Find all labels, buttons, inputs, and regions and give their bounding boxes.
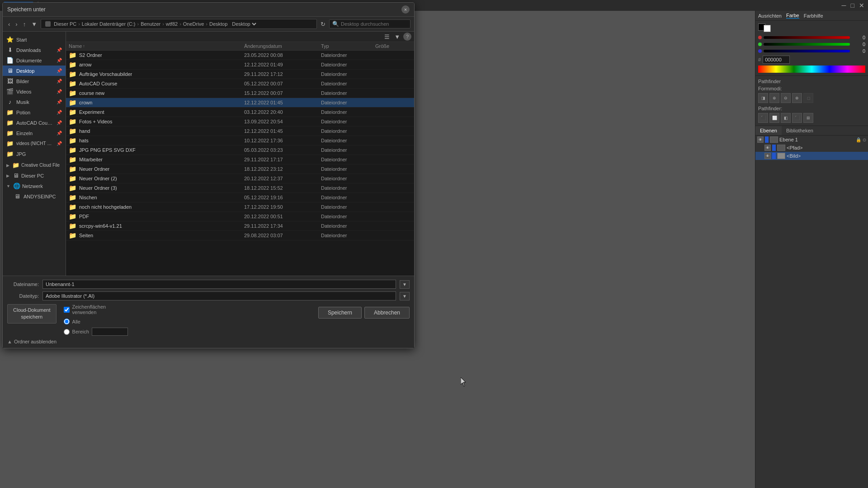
formmode-btn-2[interactable]: ⊕ [769, 93, 779, 103]
cancel-button[interactable]: Abbrechen [364, 307, 410, 319]
table-row[interactable]: 📁 Seiten 29.08.2022 03:07 Dateiordner [66, 231, 414, 240]
breadcrumb-dropdown[interactable]: Desktop [230, 21, 258, 27]
nav-back-button[interactable]: ‹ [6, 20, 12, 28]
sidebar-item-start[interactable]: ⭐ Start [3, 34, 66, 45]
col-size-header[interactable]: Größe [375, 43, 411, 49]
sidebar-item-potion[interactable]: 📁 Potion 📌 [3, 107, 66, 117]
table-row[interactable]: 📁 Mitarbeiter 29.11.2022 17:17 Dateiordn… [66, 155, 414, 164]
netzwerk-expand-btn[interactable]: ▼ [6, 184, 10, 188]
ausrichten-tab[interactable]: Ausrichten [758, 13, 782, 19]
col-name-header[interactable]: Name ↑ [69, 43, 244, 49]
col-type-header[interactable]: Typ [321, 43, 375, 49]
table-row[interactable]: 📁 AutoCAD Course 05.12.2022 00:07 Dateio… [66, 79, 414, 89]
breadcrumb-desktop[interactable]: Desktop [209, 21, 227, 27]
table-row[interactable]: 📁 Fotos + Videos 13.09.2022 20:54 Dateio… [66, 117, 414, 127]
table-row[interactable]: 📁 arrow 12.12.2022 01:49 Dateiordner [66, 60, 414, 70]
green-slider[interactable] [764, 43, 850, 46]
filename-dropdown-button[interactable]: ▼ [400, 280, 410, 289]
table-row[interactable]: 📁 course new 15.12.2022 00:07 Dateiordne… [66, 89, 414, 98]
bild-visibility-icon[interactable]: 👁 [764, 153, 771, 159]
help-button[interactable]: ? [403, 33, 411, 41]
pathfinder-btn-3[interactable]: ◧ [781, 113, 791, 123]
filetype-dropdown-button[interactable]: ▼ [400, 292, 410, 300]
table-row[interactable]: 📁 PDF 20.12.2022 00:51 Dateiordner [66, 212, 414, 221]
view-dropdown-button[interactable]: ▼ [393, 33, 401, 41]
sidebar-item-bilder[interactable]: 🖼 Bilder 📌 [3, 76, 66, 86]
table-row[interactable]: 📁 Experiment 03.12.2022 20:40 Dateiordne… [66, 108, 414, 117]
table-row[interactable]: 📁 Aufträge Vorschaubilder 29.11.2022 17:… [66, 70, 414, 79]
sidebar-group-netzwerk[interactable]: ▼ 🌐 Netzwerk [3, 181, 66, 191]
table-row[interactable]: 📁 Neuer Ordner (2) 20.12.2022 12:37 Date… [66, 174, 414, 183]
sidebar-item-videos[interactable]: 🎬 Videos 📌 [3, 86, 66, 97]
radio-alle[interactable] [64, 319, 70, 324]
table-row[interactable]: 📁 S2 Ordner 23.05.2022 00:08 Dateiordner [66, 51, 414, 60]
bg-color-swatch[interactable] [764, 25, 771, 32]
nav-forward-button[interactable]: › [14, 20, 19, 28]
pathfinder-btn-5[interactable]: ⊞ [803, 113, 813, 123]
zeichenflachen-checkbox[interactable] [64, 307, 70, 313]
sidebar-item-dokumente[interactable]: 📄 Dokumente 📌 [3, 55, 66, 66]
bild-layer-item[interactable]: 👁 <Bild> [755, 152, 868, 160]
breadcrumb-benutzer[interactable]: Benutzer [141, 21, 160, 27]
pfad-layer-item[interactable]: 👁 <Pfad> [755, 144, 868, 152]
layer-1-item[interactable]: 👁 Ebene 1 🔒 ⊙ [755, 136, 868, 144]
pathfinder-btn-2[interactable]: ⬜ [769, 113, 779, 123]
sidebar-item-downloads[interactable]: ⬇ Downloads 📌 [3, 45, 66, 55]
layer-visibility-icon[interactable]: 👁 [757, 136, 764, 143]
collapse-row[interactable]: ▲ Ordner ausblenden [7, 339, 410, 344]
range-input[interactable] [92, 328, 128, 336]
farbhilfe-tab[interactable]: Farbhilfe [804, 13, 823, 19]
sidebar-item-autocad[interactable]: 📁 AutoCAD Course 📌 [3, 117, 66, 128]
sidebar-item-musik[interactable]: ♪ Musik 📌 [3, 97, 66, 107]
ebenen-tab[interactable]: Ebenen [755, 126, 782, 135]
nav-refresh-button[interactable]: ↻ [319, 20, 327, 28]
nav-dropdown-button[interactable]: ▼ [29, 20, 39, 28]
table-row[interactable]: 📁 Neuer Ordner 18.12.2022 23:12 Dateiord… [66, 164, 414, 174]
breadcrumb-item-root[interactable] [45, 21, 52, 27]
table-row[interactable]: 📁 crown 12.12.2022 01:45 Dateiordner [66, 98, 414, 108]
breadcrumb-onedrive[interactable]: OneDrive [183, 21, 204, 27]
table-row[interactable]: 📁 Neuer Ordner (3) 18.12.2022 15:52 Date… [66, 183, 414, 193]
farbe-tab[interactable]: Farbe [786, 13, 799, 19]
radio-bereich[interactable] [64, 329, 70, 335]
view-list-button[interactable]: ☰ [383, 33, 391, 41]
sidebar-group-creative[interactable]: ▶ 📁 Creative Cloud File [3, 160, 66, 170]
formmode-btn-4[interactable]: ⊗ [792, 93, 802, 103]
creative-expand-btn[interactable]: ▶ [6, 163, 9, 168]
minimize-icon[interactable]: ─ [842, 2, 846, 9]
sidebar-item-einzeln[interactable]: 📁 Einzeln 📌 [3, 128, 66, 138]
sidebar-item-desktop[interactable]: 🖥 Desktop 📌 [3, 66, 66, 76]
layer-lock-icon[interactable]: 🔒 [856, 137, 861, 142]
filename-input[interactable] [42, 280, 396, 289]
color-spectrum[interactable] [758, 66, 865, 73]
blue-slider[interactable] [764, 50, 850, 52]
pathfinder-btn-1[interactable]: ⬛ [758, 113, 768, 123]
sidebar-item-videos2[interactable]: 📁 videos (NICHT FER) 📌 [3, 138, 66, 149]
dialog-close-button[interactable]: × [401, 5, 410, 14]
table-row[interactable]: 📁 hand 12.12.2022 01:45 Dateiordner [66, 127, 414, 136]
pfad-visibility-icon[interactable]: 👁 [764, 145, 771, 151]
hex-input[interactable]: 000000 [763, 56, 790, 64]
breadcrumb-dieser-pc[interactable]: Dieser PC [54, 21, 76, 27]
sidebar-group-dieser-pc[interactable]: ▶ 🖥 Dieser PC [3, 170, 66, 181]
table-row[interactable]: 📁 Nischen 05.12.2022 19:16 Dateiordner [66, 193, 414, 202]
pathfinder-btn-4[interactable]: ⬛ [792, 113, 802, 123]
search-input[interactable] [341, 21, 407, 27]
formmode-btn-1[interactable]: ◨ [758, 93, 768, 103]
table-row[interactable]: 📁 hats 10.12.2022 17:36 Dateiordner [66, 136, 414, 145]
table-row[interactable]: 📁 noch nicht hochgeladen 17.12.2022 19:5… [66, 202, 414, 212]
nav-up-button[interactable]: ↑ [21, 20, 28, 28]
bibliotheken-tab[interactable]: Bibliotheken [782, 126, 818, 135]
red-slider[interactable] [764, 36, 850, 39]
table-row[interactable]: 📁 JPG PNG EPS SVG DXF 05.03.2022 03:23 D… [66, 145, 414, 155]
col-date-header[interactable]: Änderungsdatum [244, 43, 321, 49]
window-close-icon[interactable]: ✕ [859, 2, 864, 9]
breadcrumb-wtf82[interactable]: wtf82 [166, 21, 178, 27]
breadcrumb-lokaler[interactable]: Lokaler Datenträger (C:) [82, 21, 136, 27]
save-button[interactable]: Speichern [318, 307, 362, 319]
maximize-icon[interactable]: □ [851, 2, 854, 9]
formmode-btn-5[interactable]: ◻ [803, 93, 813, 103]
sidebar-item-andyseinpc[interactable]: 🖥 ANDYSEINPC [3, 191, 66, 202]
dieser-pc-expand-btn[interactable]: ▶ [6, 174, 9, 178]
sidebar-item-jpg[interactable]: 📁 JPG [3, 149, 66, 159]
